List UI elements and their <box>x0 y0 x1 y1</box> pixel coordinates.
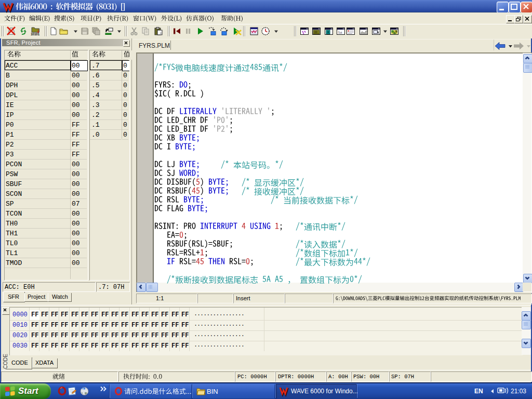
svg-text:10101: 10101 <box>31 32 39 36</box>
svg-text:CODE: CODE <box>3 354 8 369</box>
svg-text:ba: ba <box>338 30 342 35</box>
